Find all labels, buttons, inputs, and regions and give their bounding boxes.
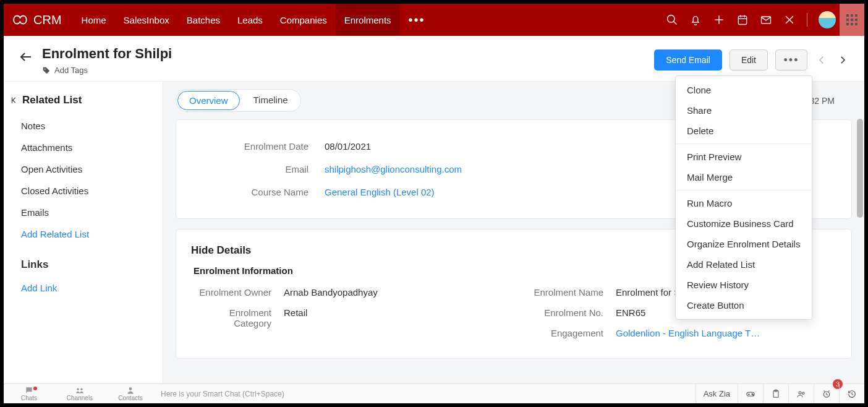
sidebar-item-closed-activities[interactable]: Closed Activities <box>21 180 150 202</box>
dd-review-history[interactable]: Review History <box>676 275 812 295</box>
sidebar-item-notes[interactable]: Notes <box>21 115 150 137</box>
info-value: ENR65 <box>616 307 645 318</box>
info-label: Enrolment Category <box>191 307 284 328</box>
bell-icon[interactable] <box>689 14 702 26</box>
tools-icon[interactable] <box>783 14 796 26</box>
nav-leads[interactable]: Leads <box>229 4 271 36</box>
svg-rect-4 <box>738 16 746 24</box>
footer-right: Ask Zia 3 <box>696 384 864 403</box>
svg-point-0 <box>668 15 675 23</box>
footer-tab-channels[interactable]: Channels <box>54 384 105 403</box>
footer-left: Chats Channels Contacts <box>4 384 156 403</box>
smart-chat-hint[interactable]: Here is your Smart Chat (Ctrl+Space) <box>161 390 284 398</box>
chat-icon <box>25 386 33 395</box>
sidebar: Related List Notes Attachments Open Acti… <box>4 82 163 383</box>
dd-customize-card[interactable]: Customize Business Card <box>676 213 812 234</box>
info-label: Engagement <box>523 328 616 338</box>
page-title: Enrolment for Shilpi <box>42 46 172 62</box>
svg-point-15 <box>80 388 83 391</box>
info-label: Enrolment Name <box>523 287 616 298</box>
send-email-button[interactable]: Send Email <box>654 49 722 71</box>
tab-timeline[interactable]: Timeline <box>241 90 300 111</box>
plus-icon[interactable] <box>713 14 725 26</box>
add-tags[interactable]: Add Tags <box>42 66 172 75</box>
footer-tab-chats[interactable]: Chats <box>4 384 54 403</box>
field-value-course[interactable]: General English (Level 02) <box>325 187 435 197</box>
info-row: Enrolment Owner Arnab Bandyopadhyay <box>191 282 504 302</box>
dd-separator <box>676 144 812 144</box>
nav-home[interactable]: Home <box>73 4 115 36</box>
app-grid-icon[interactable] <box>840 4 864 36</box>
sidebar-add-related-list[interactable]: Add Related List <box>21 223 150 245</box>
related-list-title: Related List <box>22 94 82 106</box>
calendar-icon[interactable] <box>736 14 749 26</box>
nav-enrolments[interactable]: Enrolments <box>336 4 400 36</box>
gamepad-icon[interactable] <box>738 384 763 403</box>
dd-run-macro[interactable]: Run Macro <box>676 193 812 213</box>
related-list-header[interactable]: Related List <box>21 94 150 106</box>
sidebar-item-open-activities[interactable]: Open Activities <box>21 158 150 180</box>
top-bar: CRM Home SalesInbox Batches Leads Compan… <box>4 4 864 36</box>
dd-mail-merge[interactable]: Mail Merge <box>676 167 812 187</box>
dd-add-related-list[interactable]: Add Related List <box>676 254 812 275</box>
svg-line-30 <box>828 390 830 391</box>
footer-tab-label: Channels <box>67 395 93 401</box>
dd-print-preview[interactable]: Print Preview <box>676 147 812 167</box>
sidebar-item-attachments[interactable]: Attachments <box>21 137 150 158</box>
title-block: Enrolment for Shilpi Add Tags <box>42 46 172 75</box>
people-icon[interactable] <box>788 384 814 403</box>
info-value: Retail <box>284 307 307 328</box>
info-label: Enrolment Owner <box>191 287 284 298</box>
more-actions-dropdown: Clone Share Delete Print Preview Mail Me… <box>675 75 812 320</box>
nav-batches[interactable]: Batches <box>178 4 229 36</box>
field-value: 08/01/2021 <box>325 141 371 152</box>
scrollbar-thumb[interactable] <box>857 119 863 218</box>
tag-icon <box>42 66 51 75</box>
clipboard-icon[interactable] <box>763 384 788 403</box>
footer-tab-label: Contacts <box>118 395 142 401</box>
mail-icon[interactable] <box>760 14 772 26</box>
links-title: Links <box>21 259 150 271</box>
next-record-icon[interactable] <box>836 53 849 67</box>
brand-label: CRM <box>33 13 62 27</box>
svg-point-24 <box>799 392 801 394</box>
dd-share[interactable]: Share <box>676 100 812 121</box>
field-label: Enrolment Date <box>213 141 325 152</box>
svg-point-12 <box>45 68 46 69</box>
nav-more-icon[interactable]: ••• <box>400 4 434 36</box>
search-icon[interactable] <box>666 14 678 26</box>
footer-tab-contacts[interactable]: Contacts <box>105 384 156 403</box>
field-value-email[interactable]: shilpighosh@glionconsulting.com <box>325 164 462 174</box>
avatar[interactable] <box>819 11 836 28</box>
nav-salesinbox[interactable]: SalesInbox <box>115 4 178 36</box>
collapse-icon <box>10 96 19 105</box>
ask-zia-button[interactable]: Ask Zia <box>696 384 738 403</box>
info-value: Arnab Bandyopadhyay <box>284 287 378 298</box>
footer-tab-label: Chats <box>21 395 37 401</box>
alarm-icon[interactable]: 3 <box>814 384 839 403</box>
contacts-icon <box>126 386 135 395</box>
sidebar-item-emails[interactable]: Emails <box>21 202 150 223</box>
dd-organize-details[interactable]: Organize Enrolment Details <box>676 234 812 254</box>
field-label: Email <box>213 164 325 174</box>
header-actions: Send Email Edit ••• Clone Share Delete P… <box>654 49 849 71</box>
dd-delete[interactable]: Delete <box>676 121 812 141</box>
back-arrow-icon[interactable] <box>19 49 33 64</box>
svg-point-20 <box>752 393 752 394</box>
logo[interactable]: CRM <box>12 12 62 28</box>
dd-create-button[interactable]: Create Button <box>676 295 812 315</box>
svg-point-16 <box>129 387 132 390</box>
logo-icon <box>12 12 28 28</box>
info-value-engagement[interactable]: Goldenlion - English Language T… <box>616 328 760 338</box>
more-actions-button[interactable]: ••• <box>775 49 807 71</box>
info-row: Engagement Goldenlion - English Language… <box>523 323 836 343</box>
sidebar-add-link[interactable]: Add Link <box>21 277 150 299</box>
tab-overview[interactable]: Overview <box>177 91 240 110</box>
edit-button[interactable]: Edit <box>730 49 768 71</box>
history-icon[interactable] <box>839 384 864 403</box>
notification-dot-icon <box>33 387 37 390</box>
dd-clone[interactable]: Clone <box>676 80 812 100</box>
nav: Home SalesInbox Batches Leads Companies … <box>73 4 434 36</box>
field-label: Course Name <box>213 187 325 197</box>
nav-companies[interactable]: Companies <box>271 4 336 36</box>
